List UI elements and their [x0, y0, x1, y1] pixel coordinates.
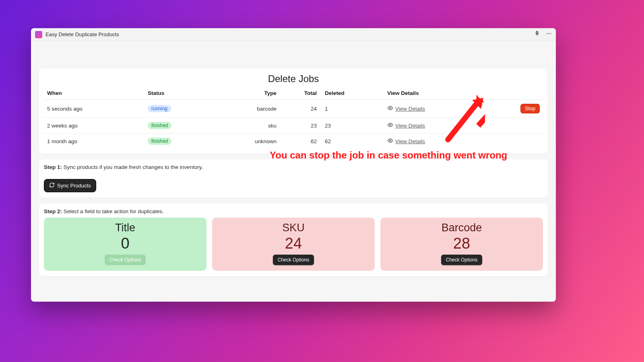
tile-title: Barcode [384, 222, 539, 234]
eye-icon [387, 138, 393, 145]
cell-total: 62 [281, 134, 321, 149]
eye-icon [387, 105, 393, 112]
delete-jobs-title: Delete Jobs [43, 72, 544, 87]
annotation-arrow-icon [441, 95, 485, 143]
cell-action: Stop [484, 100, 544, 118]
dup-tile-sku: SKU24Check Options [212, 218, 375, 271]
step2-label: Step 2: [44, 208, 62, 214]
view-details-link[interactable]: View Details [387, 122, 425, 129]
col-total: Total [281, 87, 321, 100]
svg-point-4 [390, 107, 391, 109]
svg-point-6 [390, 140, 391, 142]
sync-products-button[interactable]: Sync Products [44, 179, 96, 192]
pin-icon[interactable] [534, 31, 540, 38]
tile-count: 0 [48, 235, 202, 252]
step2-card: Step 2: Select a field to take action fo… [39, 204, 548, 276]
app-icon [35, 31, 42, 38]
view-details-link[interactable]: View Details [387, 138, 425, 145]
step1-text: Step 1: Sync products if you made fresh … [44, 164, 543, 170]
cell-type: unknown [220, 134, 281, 149]
step2-desc: Select a field to take action for duplic… [64, 208, 164, 214]
col-deleted: Deleted [321, 87, 383, 100]
refresh-icon [49, 182, 55, 189]
dup-tile-title: Title0Check Options [44, 218, 206, 271]
cell-status: running [144, 100, 220, 118]
stop-button[interactable]: Stop [520, 104, 540, 113]
cell-deleted: 62 [321, 134, 383, 149]
cell-total: 23 [281, 118, 321, 134]
col-status: Status [144, 87, 220, 100]
check-options-button[interactable]: Check Options [441, 255, 483, 265]
svg-point-5 [390, 124, 391, 126]
cell-when: 5 seconds ago [43, 100, 144, 118]
svg-point-1 [547, 33, 547, 34]
tile-count: 24 [216, 235, 371, 252]
step2-text: Step 2: Select a field to take action fo… [44, 208, 543, 214]
tile-title: SKU [216, 222, 371, 234]
more-icon[interactable] [546, 31, 552, 38]
step1-desc: Sync products if you made fresh changes … [64, 164, 203, 170]
cell-total: 24 [281, 100, 321, 118]
cell-status: finished [144, 118, 220, 134]
dup-tiles: Title0Check OptionsSKU24Check OptionsBar… [44, 218, 543, 271]
content: Delete Jobs When Status Type Total Delet… [31, 41, 556, 290]
eye-icon [387, 122, 393, 129]
app-title: Easy Delete Duplicate Products [45, 31, 531, 37]
cell-deleted: 23 [321, 118, 383, 134]
cell-action [484, 134, 544, 149]
status-badge: finished [148, 138, 171, 145]
app-window: Easy Delete Duplicate Products Delete Jo… [31, 28, 556, 302]
tile-title: Title [48, 222, 202, 234]
titlebar: Easy Delete Duplicate Products [31, 28, 556, 41]
sync-button-label: Sync Products [57, 183, 91, 189]
annotation-text: You can stop the job in case something w… [270, 150, 507, 161]
cell-when: 1 month ago [43, 134, 144, 149]
tile-count: 28 [384, 235, 539, 252]
titlebar-actions [534, 31, 552, 38]
check-options-button[interactable]: Check Options [273, 255, 314, 265]
cell-type: barcode [220, 100, 281, 118]
cell-type: sku [220, 118, 281, 134]
dup-tile-barcode: Barcode28Check Options [380, 218, 543, 271]
step1-card: Step 1: Sync products if you made fresh … [39, 159, 548, 198]
svg-point-2 [548, 33, 549, 34]
col-action [484, 87, 544, 100]
view-details-link[interactable]: View Details [387, 105, 425, 112]
cell-status: finished [144, 134, 220, 149]
col-when: When [43, 87, 144, 100]
svg-point-3 [550, 33, 551, 34]
check-options-button[interactable]: Check Options [105, 255, 146, 265]
step1-label: Step 1: [44, 164, 62, 170]
status-badge: running [148, 105, 171, 112]
col-type: Type [220, 87, 281, 100]
cell-when: 2 weeks ago [43, 118, 144, 134]
cell-action [484, 118, 544, 134]
cell-deleted: 1 [321, 100, 383, 118]
status-badge: finished [148, 122, 171, 129]
